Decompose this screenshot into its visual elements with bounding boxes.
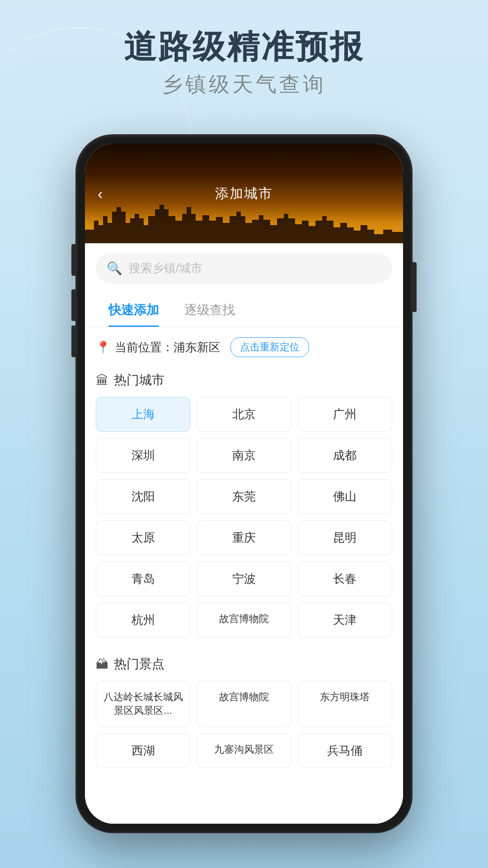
hot-attractions-heading: 🏔 热门景点 (96, 648, 392, 681)
phone-mockup: ‹ 添加城市 🔍 搜索乡镇/城市 快速添加 逐级查找 (77, 136, 411, 832)
city-cell-kunming[interactable]: 昆明 (298, 520, 392, 555)
tabs-row: 快速添加 逐级查找 (85, 293, 403, 327)
screen-title: 添加城市 (215, 184, 273, 203)
city-cell-dongguan[interactable]: 东莞 (197, 479, 291, 514)
sub-title: 乡镇级天气查询 (0, 71, 488, 99)
phone-frame: ‹ 添加城市 🔍 搜索乡镇/城市 快速添加 逐级查找 (77, 136, 411, 832)
attraction-jiuzhaigou[interactable]: 九寨沟风景区 (197, 733, 291, 768)
content-scroll[interactable]: 📍 当前位置：浦东新区 点击重新定位 🏛 热门城市 上海 北京 广州 (85, 327, 403, 824)
hot-cities-grid: 上海 北京 广州 深圳 南京 成都 沈阳 东莞 佛山 太原 重庆 昆明 (96, 397, 392, 637)
city-cell-shenyang[interactable]: 沈阳 (96, 479, 190, 514)
city-icon: 🏛 (96, 373, 108, 388)
tab-quick-add[interactable]: 快速添加 (96, 293, 172, 327)
city-cell-taiyuan[interactable]: 太原 (96, 520, 190, 555)
city-cell-changchun[interactable]: 长春 (298, 561, 392, 596)
main-title: 道路级精准预报 (0, 27, 488, 66)
city-cell-shenzhen[interactable]: 深圳 (96, 438, 190, 473)
app-header: 道路级精准预报 乡镇级天气查询 (0, 27, 488, 99)
city-cell-hangzhou[interactable]: 杭州 (96, 603, 190, 637)
skyline-illustration (85, 198, 403, 243)
city-cell-ningbo[interactable]: 宁波 (197, 561, 291, 596)
hot-attractions-label: 热门景点 (114, 656, 164, 673)
city-cell-guangzhou[interactable]: 广州 (298, 397, 392, 432)
hot-cities-heading: 🏛 热门城市 (96, 364, 392, 397)
city-cell-shanghai[interactable]: 上海 (96, 397, 190, 432)
attraction-westlake[interactable]: 西湖 (96, 733, 190, 768)
hot-attractions-grid: 八达岭长城长城风景区风景区... 故宫博物院 东方明珠塔 西湖 九寨沟风景区 兵… (96, 681, 392, 768)
location-row: 📍 当前位置：浦东新区 点击重新定位 (96, 327, 392, 364)
attraction-terracotta[interactable]: 兵马俑 (298, 733, 392, 768)
attraction-badaling[interactable]: 八达岭长城长城风景区风景区... (96, 681, 190, 727)
city-cell-chongqing[interactable]: 重庆 (197, 520, 291, 555)
attraction-orientalpearl[interactable]: 东方明珠塔 (298, 681, 392, 727)
mountain-icon: 🏔 (96, 657, 108, 672)
city-cell-beijing[interactable]: 北京 (197, 397, 291, 432)
screen-header: ‹ 添加城市 (85, 144, 403, 243)
search-bar[interactable]: 🔍 搜索乡镇/城市 (96, 253, 392, 283)
city-cell-nanjing[interactable]: 南京 (197, 438, 291, 473)
city-cell-foshan[interactable]: 佛山 (298, 479, 392, 514)
city-cell-chengdu[interactable]: 成都 (298, 438, 392, 473)
tab-step-search[interactable]: 逐级查找 (172, 293, 248, 327)
attraction-gugong[interactable]: 故宫博物院 (197, 681, 291, 727)
city-cell-tianjin[interactable]: 天津 (298, 603, 392, 637)
search-area: 🔍 搜索乡镇/城市 (85, 243, 403, 293)
search-icon: 🔍 (107, 261, 122, 276)
city-cell-qingdao[interactable]: 青岛 (96, 561, 190, 596)
back-button[interactable]: ‹ (98, 185, 103, 203)
relocate-button[interactable]: 点击重新定位 (230, 337, 309, 357)
location-text: 当前位置：浦东新区 (115, 340, 221, 355)
phone-screen: ‹ 添加城市 🔍 搜索乡镇/城市 快速添加 逐级查找 (85, 144, 403, 824)
search-input[interactable]: 搜索乡镇/城市 (129, 260, 202, 276)
city-cell-gugong[interactable]: 故宫博物院 (197, 603, 291, 637)
location-pin-icon: 📍 (96, 340, 110, 354)
hot-cities-label: 热门城市 (114, 372, 164, 389)
